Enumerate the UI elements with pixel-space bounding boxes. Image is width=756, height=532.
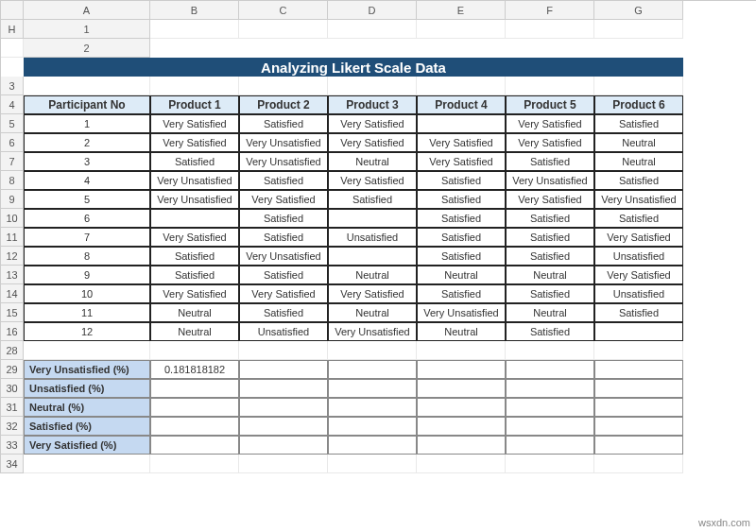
data-cell[interactable]: Satisfied <box>506 284 594 303</box>
data-cell[interactable]: Very Satisfied <box>150 114 239 133</box>
pct-cell[interactable] <box>417 436 506 455</box>
table-header[interactable]: Product 2 <box>239 95 328 114</box>
row-header[interactable]: 14 <box>1 284 24 303</box>
data-cell[interactable]: Very Unsatisfied <box>239 247 328 266</box>
data-cell[interactable]: Very Satisfied <box>594 266 683 284</box>
data-cell[interactable]: Satisfied <box>417 284 506 303</box>
data-cell[interactable]: Neutral <box>594 133 683 152</box>
pct-cell[interactable] <box>328 436 417 455</box>
data-cell[interactable]: Satisfied <box>594 171 683 190</box>
data-cell[interactable]: Neutral <box>506 266 594 284</box>
data-cell[interactable]: Satisfied <box>239 266 328 284</box>
data-cell[interactable]: Neutral <box>328 266 417 284</box>
row-header[interactable]: 12 <box>1 247 24 266</box>
data-cell[interactable] <box>150 209 239 228</box>
data-cell[interactable]: Very Satisfied <box>150 228 239 247</box>
data-cell[interactable]: Very Unsatisfied <box>150 171 239 190</box>
data-cell[interactable]: Very Satisfied <box>239 190 328 209</box>
data-cell[interactable]: 5 <box>24 190 150 209</box>
pct-cell[interactable] <box>417 417 506 436</box>
data-cell[interactable]: Satisfied <box>150 152 239 171</box>
pct-cell[interactable] <box>328 398 417 417</box>
data-cell[interactable]: 1 <box>24 114 150 133</box>
data-cell[interactable]: Very Unsatisfied <box>239 133 328 152</box>
data-cell[interactable]: Satisfied <box>594 209 683 228</box>
row-header[interactable]: 28 <box>1 341 24 360</box>
data-cell[interactable]: Satisfied <box>594 114 683 133</box>
pct-label[interactable]: Very Satisfied (%) <box>24 436 150 455</box>
pct-cell[interactable] <box>506 417 594 436</box>
data-cell[interactable]: 7 <box>24 228 150 247</box>
pct-cell[interactable] <box>328 360 417 379</box>
data-cell[interactable]: Very Unsatisfied <box>506 171 594 190</box>
data-cell[interactable]: Satisfied <box>417 247 506 266</box>
data-cell[interactable]: Very Satisfied <box>328 171 417 190</box>
data-cell[interactable]: Very Satisfied <box>239 284 328 303</box>
data-cell[interactable]: Satisfied <box>417 228 506 247</box>
data-cell[interactable]: Unsatisfied <box>239 322 328 341</box>
data-cell[interactable]: Very Satisfied <box>594 228 683 247</box>
row-header[interactable]: 34 <box>1 455 24 473</box>
pct-label[interactable]: Neutral (%) <box>24 398 150 417</box>
row-header[interactable]: 4 <box>1 95 24 114</box>
data-cell[interactable]: Very Satisfied <box>506 133 594 152</box>
pct-cell[interactable] <box>506 379 594 398</box>
data-cell[interactable]: Neutral <box>417 322 506 341</box>
data-cell[interactable]: Satisfied <box>239 171 328 190</box>
row-header[interactable]: 30 <box>1 379 24 398</box>
data-cell[interactable]: Satisfied <box>506 247 594 266</box>
table-header[interactable]: Participant No <box>24 95 150 114</box>
table-header[interactable]: Product 5 <box>506 95 594 114</box>
table-header[interactable]: Product 1 <box>150 95 239 114</box>
table-header[interactable]: Product 6 <box>594 95 683 114</box>
pct-cell[interactable] <box>594 398 683 417</box>
data-cell[interactable]: Satisfied <box>417 209 506 228</box>
data-cell[interactable]: Satisfied <box>150 266 239 284</box>
row-header[interactable]: 8 <box>1 171 24 190</box>
pct-cell[interactable] <box>239 379 328 398</box>
table-header[interactable]: Product 3 <box>328 95 417 114</box>
data-cell[interactable]: Satisfied <box>506 152 594 171</box>
data-cell[interactable]: Unsatisfied <box>594 284 683 303</box>
col-header-C[interactable]: C <box>239 1 328 20</box>
pct-label[interactable]: Satisfied (%) <box>24 417 150 436</box>
pct-label[interactable]: Very Unsatisfied (%) <box>24 360 150 379</box>
data-cell[interactable]: Very Satisfied <box>506 190 594 209</box>
row-header[interactable]: 10 <box>1 209 24 228</box>
data-cell[interactable]: Very Unsatisfied <box>417 303 506 322</box>
data-cell[interactable] <box>328 209 417 228</box>
row-header[interactable]: 5 <box>1 114 24 133</box>
row-header[interactable]: 16 <box>1 322 24 341</box>
data-cell[interactable]: Satisfied <box>506 322 594 341</box>
data-cell[interactable]: Very Satisfied <box>150 133 239 152</box>
data-cell[interactable]: 8 <box>24 247 150 266</box>
pct-cell[interactable] <box>239 398 328 417</box>
data-cell[interactable] <box>417 114 506 133</box>
pct-cell[interactable] <box>150 436 239 455</box>
data-cell[interactable] <box>594 322 683 341</box>
data-cell[interactable]: 3 <box>24 152 150 171</box>
data-cell[interactable]: Satisfied <box>506 209 594 228</box>
col-header-D[interactable]: D <box>328 1 417 20</box>
data-cell[interactable]: 9 <box>24 266 150 284</box>
data-cell[interactable]: Very Unsatisfied <box>594 190 683 209</box>
col-header-A[interactable]: A <box>24 1 150 20</box>
data-cell[interactable] <box>328 247 417 266</box>
data-cell[interactable]: Neutral <box>328 303 417 322</box>
data-cell[interactable]: Unsatisfied <box>328 228 417 247</box>
data-cell[interactable]: Very Satisfied <box>328 133 417 152</box>
pct-cell[interactable] <box>594 360 683 379</box>
row-header[interactable]: 29 <box>1 360 24 379</box>
row-header[interactable]: 15 <box>1 303 24 322</box>
row-header[interactable]: 6 <box>1 133 24 152</box>
pct-cell[interactable] <box>150 379 239 398</box>
pct-cell[interactable] <box>417 360 506 379</box>
row-header[interactable]: 31 <box>1 398 24 417</box>
data-cell[interactable]: Neutral <box>417 266 506 284</box>
data-cell[interactable]: 2 <box>24 133 150 152</box>
pct-cell[interactable] <box>328 379 417 398</box>
data-cell[interactable]: Very Satisfied <box>328 114 417 133</box>
pct-cell[interactable] <box>150 417 239 436</box>
col-header-E[interactable]: E <box>417 1 506 20</box>
data-cell[interactable]: Very Unsatisfied <box>150 190 239 209</box>
